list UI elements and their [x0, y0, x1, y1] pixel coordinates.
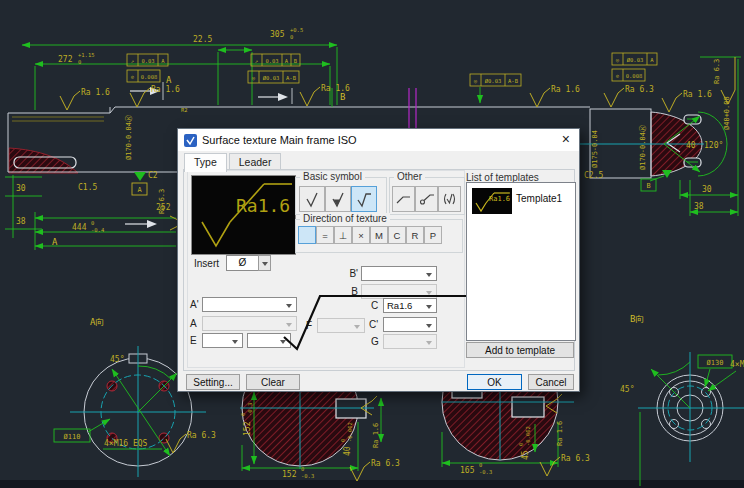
- svg-text:◎: ◎: [474, 78, 478, 84]
- svg-text:+1.15: +1.15: [78, 52, 95, 58]
- svg-text:Ra 1.6: Ra 1.6: [151, 85, 180, 94]
- svg-text:-0.3: -0.3: [479, 469, 492, 475]
- svg-text:0.008: 0.008: [626, 73, 643, 79]
- add-to-template-button[interactable]: Add to template: [466, 342, 574, 358]
- svg-text:Ø130: Ø130: [707, 359, 724, 367]
- svg-text:⊘: ⊘: [131, 74, 135, 80]
- svg-text:C2: C2: [148, 171, 158, 180]
- svg-text:0.03: 0.03: [265, 58, 278, 64]
- other-all-around-button[interactable]: [438, 186, 461, 212]
- field-g-select: [383, 334, 437, 349]
- basic-symbol-plain-button[interactable]: [299, 186, 325, 212]
- svg-text:0: 0: [78, 59, 81, 65]
- svg-text:↗: ↗: [131, 58, 134, 64]
- clear-button[interactable]: Clear: [246, 374, 300, 390]
- dialog-icon: [184, 134, 197, 147]
- svg-text:0: 0: [340, 439, 346, 442]
- tolerance-frames: [127, 53, 657, 86]
- other-leader-button[interactable]: [392, 186, 415, 212]
- svg-text:B: B: [340, 92, 345, 102]
- svg-text:Ø170-0.04Ⓚ: Ø170-0.04Ⓚ: [125, 115, 133, 160]
- tab-leader[interactable]: Leader: [229, 153, 282, 170]
- field-b-prime-select[interactable]: [361, 266, 437, 281]
- basic-symbol-with-bar-button[interactable]: [351, 186, 377, 212]
- direction-particulate-button[interactable]: P: [424, 226, 442, 244]
- insert-dropdown-button[interactable]: [258, 255, 271, 271]
- svg-text:A-B: A-B: [286, 75, 297, 81]
- svg-text:⊘: ⊘: [616, 73, 620, 79]
- svg-text:↗: ↗: [255, 58, 258, 64]
- field-g-label: G: [371, 336, 379, 347]
- svg-text:+0.5: +0.5: [290, 27, 303, 33]
- svg-text:-0.062: -0.062: [347, 422, 353, 442]
- svg-text:22.5: 22.5: [193, 35, 212, 44]
- field-c-prime-select[interactable]: [383, 317, 437, 332]
- other-leader-circle-button[interactable]: [415, 186, 438, 212]
- direction-multidirectional-button[interactable]: M: [370, 226, 388, 244]
- field-e-select-1[interactable]: [202, 333, 243, 348]
- field-a-label: A: [190, 318, 197, 329]
- templates-listbox[interactable]: Ra1.6 Template1: [466, 182, 576, 341]
- svg-text:C2.5: C2.5: [584, 171, 603, 180]
- cancel-button[interactable]: Cancel: [528, 374, 574, 390]
- svg-text:Ra 6.3: Ra 6.3: [371, 459, 400, 468]
- svg-text:4×M16 EQS: 4×M16 EQS: [730, 360, 744, 369]
- ok-button[interactable]: OK: [467, 374, 522, 390]
- svg-text:R2: R2: [181, 107, 188, 113]
- basic-symbol-label: Basic symbol: [300, 171, 365, 182]
- svg-text:0: 0: [240, 413, 246, 416]
- svg-text:45°: 45°: [620, 385, 634, 394]
- field-f-label: F: [306, 320, 312, 331]
- svg-text:152: 152: [282, 470, 297, 479]
- direction-radial-button[interactable]: R: [406, 226, 424, 244]
- field-b-label: B: [344, 286, 358, 297]
- svg-text:305: 305: [270, 30, 285, 39]
- insert-value-box[interactable]: Ø: [226, 255, 259, 271]
- svg-text:A: A: [166, 75, 172, 85]
- bottom-strip: [0, 480, 744, 488]
- template-thumbnail[interactable]: Ra1.6: [472, 188, 512, 214]
- dialog-title: Surface texture Main frame ISO: [202, 134, 357, 146]
- svg-text:-0.4: -0.4: [91, 227, 105, 233]
- svg-text:40: 40: [343, 446, 352, 456]
- svg-text:0.03: 0.03: [141, 58, 154, 64]
- field-c-prime-label: C': [369, 319, 378, 330]
- direction-of-texture-label: Direction of texture: [300, 213, 390, 224]
- field-c-select[interactable]: Ra1.6: [383, 298, 437, 313]
- svg-text:0: 0: [91, 220, 94, 226]
- direction-none-button[interactable]: [298, 226, 316, 244]
- svg-text:A: A: [650, 57, 654, 63]
- svg-text:Ra 1.6: Ra 1.6: [372, 423, 380, 448]
- field-a-prime-select[interactable]: [202, 297, 297, 312]
- dialog-titlebar[interactable]: Surface texture Main frame ISO ×: [178, 129, 579, 151]
- field-e-select-2[interactable]: [247, 333, 291, 348]
- svg-text:Ra 1.6: Ra 1.6: [556, 421, 564, 446]
- svg-text:C1.5: C1.5: [78, 183, 97, 192]
- basic-symbol-material-removal-button[interactable]: [325, 186, 351, 212]
- svg-text:Ra 6.3: Ra 6.3: [625, 85, 654, 94]
- tab-type[interactable]: Type: [184, 153, 227, 172]
- svg-text:Ø0.03: Ø0.03: [485, 78, 502, 84]
- direction-perpendicular-button[interactable]: ⊥: [334, 226, 352, 244]
- svg-text:Ø110: Ø110: [64, 433, 81, 441]
- direction-parallel-button[interactable]: =: [316, 226, 334, 244]
- field-c-label: C: [371, 300, 378, 311]
- svg-text:Ø170-0.04Ⓚ: Ø170-0.04Ⓚ: [639, 125, 647, 170]
- svg-text:B: B: [294, 58, 298, 64]
- svg-text:-0.3: -0.3: [301, 473, 314, 479]
- template-thumb-text: Ra1.6: [489, 195, 510, 203]
- direction-crossed-button[interactable]: ×: [352, 226, 370, 244]
- svg-text:0.008: 0.008: [141, 74, 158, 80]
- svg-text:38: 38: [694, 202, 704, 211]
- close-icon[interactable]: ×: [562, 131, 570, 147]
- template-item-name[interactable]: Template1: [516, 193, 562, 204]
- svg-text:45°: 45°: [110, 355, 124, 364]
- svg-text:Ra 6.3: Ra 6.3: [158, 189, 166, 214]
- svg-text:Ra 6.3: Ra 6.3: [561, 454, 590, 463]
- setting-button[interactable]: Setting...: [186, 374, 240, 390]
- svg-text:A: A: [161, 58, 165, 64]
- svg-text:152: 152: [243, 421, 252, 436]
- keyway-lines: [12, 117, 104, 121]
- direction-circular-button[interactable]: C: [388, 226, 406, 244]
- svg-text:Ra 6.3: Ra 6.3: [713, 59, 721, 84]
